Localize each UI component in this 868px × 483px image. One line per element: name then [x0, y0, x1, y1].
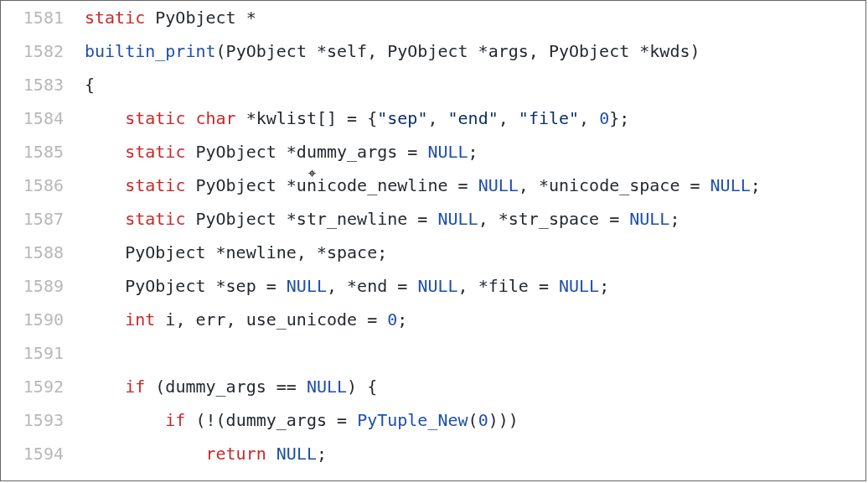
code-text[interactable] — [85, 336, 865, 370]
line-number: 1589 — [1, 269, 85, 303]
code-line-list[interactable]: 1581static PyObject *1582builtin_print(P… — [1, 1, 865, 470]
code-token: if — [165, 410, 185, 430]
code-token: return — [206, 444, 266, 464]
code-text[interactable]: static PyObject * — [85, 1, 865, 34]
code-token — [85, 377, 125, 397]
code-token: , — [499, 108, 519, 128]
code-text[interactable]: if (!(dummy_args = PyTuple_New(0))) — [85, 403, 865, 437]
code-token: 0 — [599, 108, 609, 128]
code-token: ) { — [347, 377, 377, 397]
code-token: PyTuple_New — [357, 410, 468, 430]
code-token: if — [125, 377, 145, 397]
code-token — [266, 444, 276, 464]
code-text[interactable]: return NULL; — [85, 437, 865, 470]
code-token: ; — [397, 309, 407, 330]
code-token: (PyObject *self, PyObject *args, PyObjec… — [216, 41, 700, 61]
code-token: NULL — [417, 276, 457, 296]
code-token: ; — [317, 444, 327, 464]
code-text[interactable]: PyObject *newline, *space; — [85, 236, 865, 269]
code-text[interactable]: builtin_print(PyObject *self, PyObject *… — [85, 34, 865, 68]
code-token: ; — [468, 142, 478, 162]
code-token: NULL — [559, 276, 599, 296]
code-token — [85, 108, 125, 128]
line-number: 1585 — [1, 135, 85, 169]
code-token: NULL — [287, 276, 327, 296]
code-line[interactable]: 1594 return NULL; — [1, 437, 865, 470]
code-token: PyObject * — [145, 8, 256, 28]
code-token: NULL — [276, 444, 317, 464]
code-line[interactable]: 1591 — [1, 336, 865, 370]
code-token: static — [125, 209, 185, 229]
line-number: 1590 — [1, 303, 85, 336]
code-line[interactable]: 1593 if (!(dummy_args = PyTuple_New(0))) — [1, 403, 865, 437]
code-text[interactable]: if (dummy_args == NULL) { — [85, 370, 865, 403]
code-token: PyObject *str_newline = — [185, 209, 437, 229]
code-token: 0 — [387, 309, 397, 330]
line-number: 1586 — [1, 169, 85, 202]
code-token: (!(dummy_args = — [185, 410, 357, 430]
code-text[interactable]: int i, err, use_unicode = 0; — [85, 303, 865, 336]
code-token: (dummy_args == — [145, 377, 307, 397]
code-line[interactable]: 1589 PyObject *sep = NULL, *end = NULL, … — [1, 269, 865, 303]
code-token: , *str_space = — [478, 209, 630, 229]
code-text[interactable]: static PyObject *unicode_newline = NULL,… — [85, 169, 865, 202]
line-number: 1583 — [1, 68, 85, 101]
code-viewer: 1581static PyObject *1582builtin_print(P… — [0, 0, 866, 481]
line-number: 1587 — [1, 202, 85, 236]
code-text[interactable]: { — [85, 68, 865, 101]
code-token: static — [125, 175, 185, 195]
code-token: NULL — [427, 142, 468, 162]
line-number: 1592 — [1, 370, 85, 403]
code-line[interactable]: 1581static PyObject * — [1, 1, 865, 34]
line-number: 1588 — [1, 236, 85, 269]
code-token: ; — [751, 175, 761, 195]
code-token: NULL — [437, 209, 478, 229]
code-text[interactable]: static char *kwlist[] = {"sep", "end", "… — [85, 101, 865, 135]
code-token: PyObject *newline, *space; — [85, 242, 387, 262]
code-token: static — [125, 142, 185, 162]
line-number: 1581 — [1, 1, 85, 34]
code-line[interactable]: 1584 static char *kwlist[] = {"sep", "en… — [1, 101, 865, 135]
code-token: ; — [599, 276, 609, 296]
code-line[interactable]: 1583{ — [1, 68, 865, 101]
code-token: }; — [609, 108, 629, 128]
code-token: , *unicode_space = — [519, 175, 710, 195]
code-line[interactable]: 1587 static PyObject *str_newline = NULL… — [1, 202, 865, 236]
code-token: "end" — [448, 108, 499, 128]
code-token — [85, 444, 206, 464]
code-line[interactable]: 1582builtin_print(PyObject *self, PyObje… — [1, 34, 865, 68]
code-token: builtin_print — [85, 41, 216, 61]
line-number: 1594 — [1, 437, 85, 470]
code-line[interactable]: 1588 PyObject *newline, *space; — [1, 236, 865, 269]
code-text[interactable]: PyObject *sep = NULL, *end = NULL, *file… — [85, 269, 865, 303]
code-token — [85, 142, 125, 162]
code-token: , — [579, 108, 599, 128]
code-token: "sep" — [377, 108, 427, 128]
code-text[interactable]: static PyObject *str_newline = NULL, *st… — [85, 202, 865, 236]
code-token: "file" — [519, 108, 579, 128]
code-token — [185, 108, 195, 128]
code-token: ( — [468, 410, 478, 430]
code-token: , — [427, 108, 447, 128]
code-token: static — [85, 8, 145, 28]
code-token: , *end = — [327, 276, 417, 296]
code-line[interactable]: 1586 static PyObject *unicode_newline = … — [1, 169, 865, 202]
code-token: char — [195, 108, 235, 128]
code-token: PyObject *dummy_args = — [185, 142, 427, 162]
code-token: ; — [669, 209, 679, 229]
code-token — [85, 175, 125, 195]
code-token — [85, 410, 165, 430]
code-token: *kwlist[] = { — [236, 108, 378, 128]
line-number: 1593 — [1, 403, 85, 437]
code-token: , *file = — [458, 276, 559, 296]
code-token: ))) — [488, 410, 519, 430]
code-line[interactable]: 1592 if (dummy_args == NULL) { — [1, 370, 865, 403]
code-token: { — [85, 75, 95, 95]
code-token: NULL — [710, 175, 751, 195]
code-line[interactable]: 1590 int i, err, use_unicode = 0; — [1, 303, 865, 336]
code-token: i, err, use_unicode = — [155, 309, 387, 330]
code-line[interactable]: 1585 static PyObject *dummy_args = NULL; — [1, 135, 865, 169]
line-number: 1582 — [1, 34, 85, 68]
code-text[interactable]: static PyObject *dummy_args = NULL; — [85, 135, 865, 169]
code-token: static — [125, 108, 185, 128]
